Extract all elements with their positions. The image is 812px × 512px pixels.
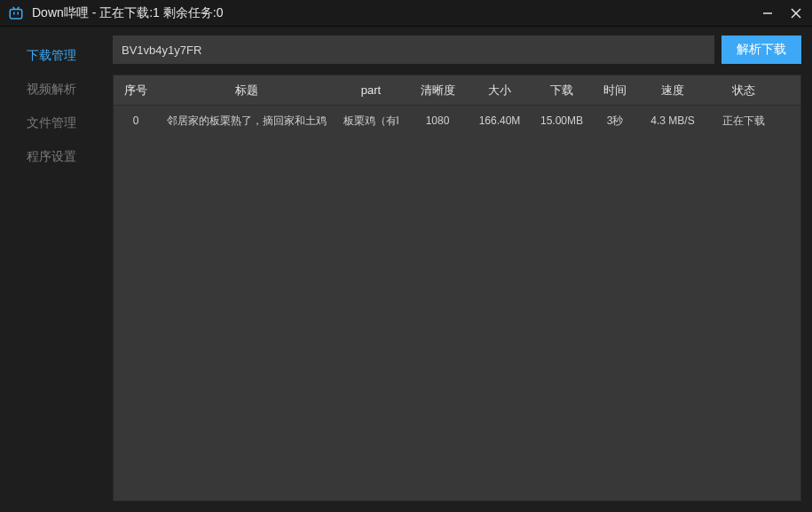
header-download[interactable]: 下载 [531, 83, 593, 98]
header-seq[interactable]: 序号 [114, 83, 158, 98]
search-row: 解析下载 [113, 35, 801, 64]
sidebar-item-settings[interactable]: 程序设置 [0, 140, 102, 174]
cell-speed: 4.3 MB/S [637, 114, 708, 127]
sidebar-item-label: 程序设置 [27, 149, 76, 165]
window-controls [759, 4, 805, 22]
content-area: 解析下载 序号 标题 part 清晰度 大小 下载 时间 速度 状态 0 邻居家… [102, 27, 812, 512]
download-table: 序号 标题 part 清晰度 大小 下载 时间 速度 状态 0 邻居家的板栗熟了… [113, 75, 801, 501]
cell-status: 正在下载 [708, 114, 779, 129]
table-row[interactable]: 0 邻居家的板栗熟了，摘回家和土鸡 板栗鸡（有l 1080 166.40M 15… [114, 106, 800, 136]
header-part[interactable]: part [335, 83, 406, 97]
sidebar-item-video-parse[interactable]: 视频解析 [0, 73, 102, 106]
parse-download-button[interactable]: 解析下载 [721, 35, 801, 64]
titlebar: Down哔哩 - 正在下载:1 剩余任务:0 [0, 0, 812, 27]
sidebar: 下载管理 视频解析 文件管理 程序设置 [0, 27, 102, 512]
sidebar-item-label: 文件管理 [27, 115, 76, 131]
sidebar-item-file-manage[interactable]: 文件管理 [0, 106, 102, 140]
sidebar-item-label: 下载管理 [27, 48, 76, 64]
cell-quality: 1080 [406, 114, 469, 127]
cell-title: 邻居家的板栗熟了，摘回家和土鸡 [158, 114, 335, 129]
close-button[interactable] [787, 4, 805, 22]
url-input[interactable] [113, 35, 714, 64]
cell-part: 板栗鸡（有l [335, 114, 406, 129]
svg-rect-2 [18, 12, 20, 14]
table-header: 序号 标题 part 清晰度 大小 下载 时间 速度 状态 [114, 75, 800, 106]
cell-seq: 0 [114, 114, 158, 127]
sidebar-item-label: 视频解析 [27, 82, 76, 98]
cell-download: 15.00MB [531, 114, 593, 127]
header-speed[interactable]: 速度 [637, 83, 708, 98]
header-quality[interactable]: 清晰度 [406, 83, 469, 98]
window-title: Down哔哩 - 正在下载:1 剩余任务:0 [32, 5, 759, 21]
header-status[interactable]: 状态 [708, 83, 779, 98]
svg-rect-1 [13, 12, 15, 14]
svg-rect-0 [10, 9, 22, 19]
app-icon [7, 4, 25, 22]
header-time[interactable]: 时间 [593, 83, 637, 98]
cell-time: 3秒 [593, 114, 637, 129]
header-size[interactable]: 大小 [469, 83, 531, 98]
header-title[interactable]: 标题 [158, 83, 335, 98]
cell-size: 166.40M [469, 114, 531, 127]
sidebar-item-download-manage[interactable]: 下载管理 [0, 39, 102, 73]
minimize-button[interactable] [759, 4, 777, 22]
